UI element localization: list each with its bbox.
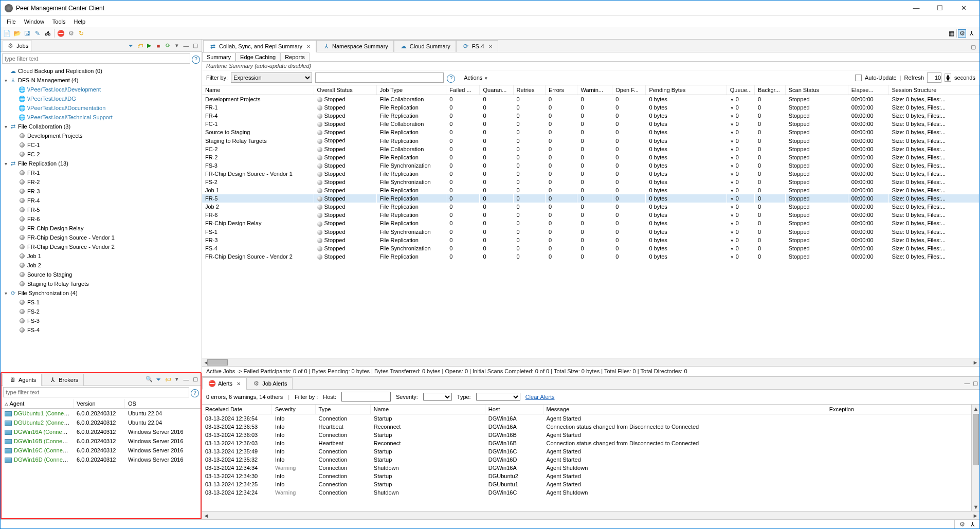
tree-node[interactable]: FR-6 xyxy=(1,214,202,224)
agent-inspect-icon[interactable]: 🔍 xyxy=(145,375,153,384)
grid-row[interactable]: FR-2StoppedFile Replication0000000 bytes… xyxy=(202,153,979,161)
alert-row[interactable]: 03-13-2024 12:34:30InfoConnectionStartup… xyxy=(202,472,971,480)
agent-tag-icon[interactable]: 🏷 xyxy=(164,375,172,384)
interval-spinner[interactable]: ▲▼ xyxy=(945,74,951,82)
tab-brokers[interactable]: ⅄Brokers xyxy=(43,374,84,386)
alerts-host-input[interactable] xyxy=(341,392,391,402)
column-header[interactable]: Job Type xyxy=(376,85,446,95)
tree-node[interactable]: 🌐\\PeerTest.local\Development xyxy=(1,85,202,94)
jobs-tree[interactable]: ☁Cloud Backup and Replication (0)▾⅄DFS-N… xyxy=(1,65,202,372)
tree-node[interactable]: 🌐\\PeerTest.local\DG xyxy=(1,94,202,103)
menu-tools[interactable]: Tools xyxy=(48,17,70,26)
column-header[interactable]: Severity xyxy=(271,405,315,414)
refresh-jobs-icon[interactable]: ⟳ xyxy=(164,42,172,50)
error-icon[interactable]: ⛔ xyxy=(57,29,65,38)
agents-table[interactable]: △ Agent Version OS DGUbuntu1 (Connected)… xyxy=(2,399,201,518)
new-icon[interactable]: 📄 xyxy=(3,29,11,38)
editor-tab[interactable]: ⟳FS-4✕ xyxy=(456,40,498,52)
subtab-reports[interactable]: Reports xyxy=(280,52,310,61)
tree-node[interactable]: FR-2 xyxy=(1,177,202,187)
grid-row[interactable]: Source to StagingStoppedFile Replication… xyxy=(202,128,979,136)
column-header[interactable]: Name xyxy=(370,405,485,414)
column-header[interactable]: Open F... xyxy=(612,85,646,95)
tree-node[interactable]: FC-2 xyxy=(1,150,202,159)
tree-node[interactable]: FR-Chip Design Source - Vendor 2 xyxy=(1,242,202,251)
tree-node[interactable]: ▾⇄File Collaboration (3) xyxy=(1,122,202,131)
refresh-interval-input[interactable] xyxy=(927,72,941,83)
grid-row[interactable]: FR-3StoppedFile Replication0000000 bytes… xyxy=(202,236,979,244)
edit-icon[interactable]: ✎ xyxy=(33,29,42,38)
stop-icon[interactable]: ■ xyxy=(154,42,162,50)
agents-filter-input[interactable] xyxy=(3,387,189,397)
alert-row[interactable]: 03-13-2024 12:35:49InfoConnectionStartup… xyxy=(202,447,971,455)
tree-node[interactable]: Staging to Relay Targets xyxy=(1,279,202,288)
tab-job-alerts[interactable]: ⚙Job Alerts xyxy=(246,377,293,390)
tag-icon[interactable]: 🏷 xyxy=(136,42,144,50)
column-header[interactable]: Pending Bytes xyxy=(646,85,727,95)
tree-node[interactable]: 🌐\\PeerTest.local\Technical Support xyxy=(1,113,202,122)
grid-row[interactable]: Job 2StoppedFile Replication0000000 byte… xyxy=(202,203,979,211)
open-icon[interactable]: 📂 xyxy=(13,29,21,38)
tree-node[interactable]: FS-2 xyxy=(1,307,202,316)
column-header[interactable]: Errors xyxy=(546,85,577,95)
editor-tab[interactable]: ⇄Collab, Sync, and Repl Summary✕ xyxy=(203,40,316,52)
footer-tree-icon[interactable]: ⅄ xyxy=(968,520,976,528)
column-header[interactable]: Scan Status xyxy=(785,85,848,95)
gear-sel-icon[interactable]: ⚙ xyxy=(958,29,966,38)
close-button[interactable]: ✕ xyxy=(952,1,975,16)
alert-row[interactable]: 03-13-2024 12:35:32InfoConnectionStartup… xyxy=(202,455,971,464)
column-header[interactable]: Host xyxy=(485,405,543,414)
alert-row[interactable]: 03-13-2024 12:36:03InfoHeartbeatReconnec… xyxy=(202,439,971,447)
alerts-grid[interactable]: Received DateSeverityTypeNameHostMessage… xyxy=(202,405,979,511)
grid-row[interactable]: FS-1StoppedFile Synchronization0000000 b… xyxy=(202,228,979,236)
tree-node[interactable]: FR-1 xyxy=(1,168,202,177)
minimize-button[interactable]: — xyxy=(904,1,928,16)
tree-node[interactable]: ▾⟳File Synchronization (4) xyxy=(1,288,202,298)
editor-tab[interactable]: ☁Cloud Summary xyxy=(394,40,456,52)
maximize-panel-icon[interactable]: ▢ xyxy=(191,42,199,50)
jobs-filter-input[interactable] xyxy=(2,53,190,64)
alerts-vertical-scrollbar[interactable]: ▲ ▼ xyxy=(971,405,979,511)
column-header[interactable]: Backgr... xyxy=(755,85,786,95)
grid-row[interactable]: FR-Chip Design Source - Vendor 2StoppedF… xyxy=(202,252,979,261)
alerts-min-icon[interactable]: — xyxy=(963,379,971,387)
tree-node[interactable]: FR-Chip Design Relay xyxy=(1,224,202,233)
grid-row[interactable]: FR-1StoppedFile Replication0000000 bytes… xyxy=(202,103,979,112)
alert-row[interactable]: 03-13-2024 12:36:54InfoConnectionStartup… xyxy=(202,414,971,423)
tree-node[interactable]: Source to Staging xyxy=(1,270,202,279)
tree-node[interactable]: 🌐\\PeerTest.local\Documentation xyxy=(1,103,202,113)
alert-row[interactable]: 03-13-2024 12:34:34WarningConnectionShut… xyxy=(202,464,971,472)
alert-row[interactable]: 03-13-2024 12:34:25InfoConnectionStartup… xyxy=(202,480,971,488)
tree-node[interactable]: FC-1 xyxy=(1,140,202,150)
maximize-button[interactable]: ☐ xyxy=(928,1,952,16)
subtab-summary[interactable]: Summary xyxy=(202,52,235,61)
alerts-horizontal-scrollbar[interactable]: ◄ ► xyxy=(202,511,979,519)
agent-row[interactable]: DGWin16B (Connected)6.0.0.20240312Window… xyxy=(2,436,201,446)
agent-row[interactable]: DGWin16A (Connected)6.0.0.20240312Window… xyxy=(2,427,201,436)
column-header[interactable]: Elapse... xyxy=(848,85,888,95)
column-header[interactable]: Queue... xyxy=(727,85,754,95)
help-icon[interactable]: ? xyxy=(447,75,455,83)
agent-row[interactable]: DGWin16C (Connected)6.0.0.20240312Window… xyxy=(2,446,201,455)
column-header[interactable]: Name xyxy=(202,85,314,95)
tree-node[interactable]: FR-Chip Design Source - Vendor 1 xyxy=(1,233,202,242)
column-header[interactable]: Failed ... xyxy=(446,85,480,95)
tree-node[interactable]: ▾⅄DFS-N Management (4) xyxy=(1,76,202,85)
alert-row[interactable]: 03-13-2024 12:36:53InfoHeartbeatReconnec… xyxy=(202,423,971,431)
grid-row[interactable]: FS-4StoppedFile Synchronization0000000 b… xyxy=(202,244,979,252)
filter-expression-input[interactable] xyxy=(315,72,444,83)
footer-gear-icon[interactable]: ⚙ xyxy=(958,520,966,528)
agent-max-icon[interactable]: ▢ xyxy=(191,375,199,384)
grid-row[interactable]: FR-5StoppedFile Replication0000000 bytes… xyxy=(202,194,979,203)
refresh-icon[interactable]: ↻ xyxy=(77,29,85,38)
alert-row[interactable]: 03-13-2024 12:36:03InfoConnectionStartup… xyxy=(202,431,971,439)
agent-row[interactable]: DGWin16D (Connected)6.0.0.20240312Window… xyxy=(2,455,201,464)
menu-help[interactable]: Help xyxy=(70,17,90,26)
subtab-edge-caching[interactable]: Edge Caching xyxy=(235,52,280,61)
auto-update-checkbox[interactable] xyxy=(855,75,862,81)
grid-row[interactable]: FR-Chip Design RelayStoppedFile Replicat… xyxy=(202,219,979,227)
add-agent-icon[interactable]: 🖧 xyxy=(44,29,52,38)
clear-alerts-link[interactable]: Clear Alerts xyxy=(525,394,555,400)
column-header[interactable]: Received Date xyxy=(202,405,271,414)
summary-grid[interactable]: NameOverall StatusJob TypeFailed ...Quar… xyxy=(202,85,979,358)
